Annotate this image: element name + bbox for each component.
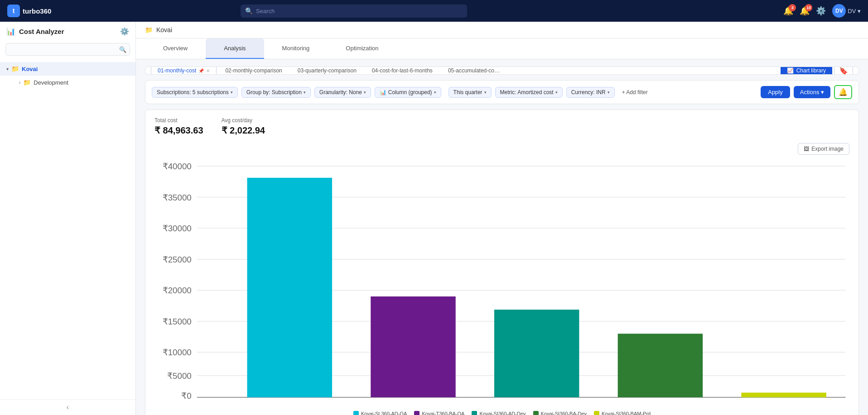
sidebar-item-development[interactable]: › 📁 Development <box>13 76 135 89</box>
currency-label: Currency: INR <box>571 89 606 95</box>
legend-color <box>472 411 477 415</box>
subtab-label: 02-monthly-comparison <box>225 67 282 74</box>
subtab-accumulated[interactable]: 05-accumulated-co… <box>441 67 506 75</box>
metric-filter[interactable]: Metric: Amortized cost ▾ <box>495 87 563 98</box>
user-label: DV ▾ <box>848 8 861 14</box>
search-input[interactable] <box>241 5 467 18</box>
subtab-quarterly-comparison[interactable]: 03-quarterly-comparison <box>291 67 363 75</box>
chevron-right-icon: › <box>19 80 20 85</box>
notification-badge: 3 <box>789 4 796 11</box>
legend-color <box>594 411 599 415</box>
logo-icon: t <box>7 5 20 17</box>
chevron-down-icon: ▾ <box>608 90 610 95</box>
bookmark-button[interactable]: 🔖 <box>834 67 853 75</box>
avg-cost-label: Avg cost/day <box>222 117 265 124</box>
actions-button[interactable]: Actions ▾ <box>794 86 830 98</box>
chevron-down-icon: ▾ <box>555 90 558 95</box>
export-image-button[interactable]: 🖼 Export image <box>798 143 849 155</box>
subtab-monthly-comparison[interactable]: 02-monthly-comparison <box>218 67 289 75</box>
sidebar-item-kovai[interactable]: ▾ 📁 Kovai <box>0 62 135 76</box>
svg-text:₹20000: ₹20000 <box>163 286 192 295</box>
currency-filter[interactable]: Currency: INR ▾ <box>566 87 615 98</box>
notifications-button[interactable]: 🔔 3 <box>783 6 793 16</box>
sidebar-collapse-button[interactable]: ‹ <box>0 399 135 415</box>
chart-library-label: Chart library <box>796 67 826 74</box>
time-period-filter[interactable]: This quarter ▾ <box>448 87 492 98</box>
apply-button[interactable]: Apply <box>761 86 790 98</box>
subtab-cost-6months[interactable]: 04-cost-for-last-6-months <box>365 67 439 75</box>
alert-button[interactable]: 🔔 <box>834 85 852 99</box>
alert-badge: 10 <box>805 4 812 11</box>
legend-label: Kovai-T360-BA-QA <box>422 411 464 415</box>
subtab-monthly-cost[interactable]: 01-monthly-cost 📌 ✕ <box>151 67 217 75</box>
metric-label: Metric: Amortized cost <box>500 89 554 95</box>
add-filter-button[interactable]: + Add filter <box>618 87 651 97</box>
chart-type-filter[interactable]: 📊 Column (grouped) ▾ <box>375 87 441 98</box>
subtabs-scrollable: 01-monthly-cost 📌 ✕ 02-monthly-compariso… <box>151 67 779 75</box>
subscriptions-filter[interactable]: Subscriptions: 5 subscriptions ▾ <box>152 87 238 98</box>
svg-text:₹35000: ₹35000 <box>163 192 192 202</box>
chart-wrapper: ₹40000 ₹35000 ₹30000 ₹25000 ₹20000 ₹1500… <box>154 158 849 406</box>
user-menu[interactable]: DV DV ▾ <box>832 4 861 18</box>
sidebar-item-label: Development <box>34 79 68 86</box>
legend-color <box>414 411 420 415</box>
chart-icon: 📈 <box>787 67 794 74</box>
legend-color <box>353 411 359 415</box>
legend-label: Kovai-SI360-BAM-Prd <box>602 411 651 415</box>
chart-type-icon: 📊 <box>380 89 386 95</box>
legend-item-si360-bam: Kovai-SI360-BAM-Prd <box>594 411 651 415</box>
svg-text:₹0: ₹0 <box>181 391 191 401</box>
sidebar-header: 📊 Cost Analyzer ⚙️ <box>0 22 135 41</box>
bar-kovai-t360 <box>371 296 455 397</box>
tab-overview[interactable]: Overview <box>145 38 206 59</box>
chart-legend: Kovai-SL360-AD-QA Kovai-T360-BA-QA Kovai… <box>154 411 849 415</box>
legend-item-sl360: Kovai-SL360-AD-QA <box>353 411 407 415</box>
top-navigation: t turbo360 🔍 🔔 3 🔔 10 ⚙️ DV DV ▾ <box>0 0 868 22</box>
legend-label: Kovai-SI360-BA-Dev <box>541 411 587 415</box>
chart-library-button[interactable]: 📈 Chart library <box>781 67 832 75</box>
sidebar-title: Cost Analyzer <box>19 28 116 35</box>
sidebar-search-input[interactable] <box>5 43 130 56</box>
subscriptions-label: Subscriptions: 5 subscriptions <box>157 89 229 95</box>
sidebar-search-wrap: 🔍 <box>5 43 130 56</box>
chevron-down-icon: ▾ <box>6 67 9 72</box>
bar-si360-ba-dev <box>618 334 703 397</box>
export-icon: 🖼 <box>804 146 809 152</box>
sidebar-settings-icon[interactable]: ⚙️ <box>120 27 129 36</box>
avg-cost-stat: Avg cost/day ₹ 2,022.94 <box>222 117 265 136</box>
svg-text:₹25000: ₹25000 <box>163 255 192 264</box>
folder-icon: 📁 <box>11 65 19 72</box>
tab-monitoring[interactable]: Monitoring <box>264 38 328 59</box>
tab-optimization[interactable]: Optimization <box>328 38 396 59</box>
breadcrumb: Kovai <box>156 26 172 33</box>
export-label: Export image <box>811 146 844 152</box>
app-logo[interactable]: t turbo360 <box>7 5 80 17</box>
chevron-down-icon: ▾ <box>434 90 436 95</box>
tab-analysis[interactable]: Analysis <box>206 38 264 59</box>
svg-text:₹30000: ₹30000 <box>163 224 192 233</box>
filters-bar: Subscriptions: 5 subscriptions ▾ Group b… <box>145 80 859 104</box>
subtab-label: 05-accumulated-co… <box>448 67 500 74</box>
sidebar-search-icon: 🔍 <box>119 46 126 53</box>
alerts-button[interactable]: 🔔 10 <box>800 6 810 16</box>
svg-text:₹15000: ₹15000 <box>163 317 192 326</box>
search-icon: 🔍 <box>245 7 253 14</box>
main-layout: 📊 Cost Analyzer ⚙️ 🔍 ▾ 📁 Kovai › 📁 Devel… <box>0 22 868 415</box>
page-header: 📁 Kovai <box>136 22 868 38</box>
sidebar: 📊 Cost Analyzer ⚙️ 🔍 ▾ 📁 Kovai › 📁 Devel… <box>0 22 136 415</box>
content-area: 01-monthly-cost 📌 ✕ 02-monthly-compariso… <box>136 59 868 415</box>
close-icon[interactable]: ✕ <box>206 68 210 73</box>
add-filter-label: + Add filter <box>622 89 648 95</box>
sidebar-navigation: ▾ 📁 Kovai › 📁 Development <box>0 60 135 399</box>
granularity-filter[interactable]: Granularity: None ▾ <box>314 87 371 98</box>
group-by-filter[interactable]: Group by: Subscription ▾ <box>241 87 311 98</box>
settings-button[interactable]: ⚙️ <box>816 6 826 16</box>
subtab-label: 04-cost-for-last-6-months <box>372 67 433 74</box>
total-cost-value: ₹ 84,963.63 <box>154 125 203 136</box>
chart-header-actions: 🖼 Export image <box>154 143 849 155</box>
cost-analyzer-icon: 📊 <box>6 27 15 36</box>
breadcrumb-folder-icon: 📁 <box>145 26 153 33</box>
filter-actions: Apply Actions ▾ 🔔 <box>761 85 852 99</box>
subtab-label: 03-quarterly-comparison <box>298 67 357 74</box>
user-avatar: DV <box>832 4 846 18</box>
